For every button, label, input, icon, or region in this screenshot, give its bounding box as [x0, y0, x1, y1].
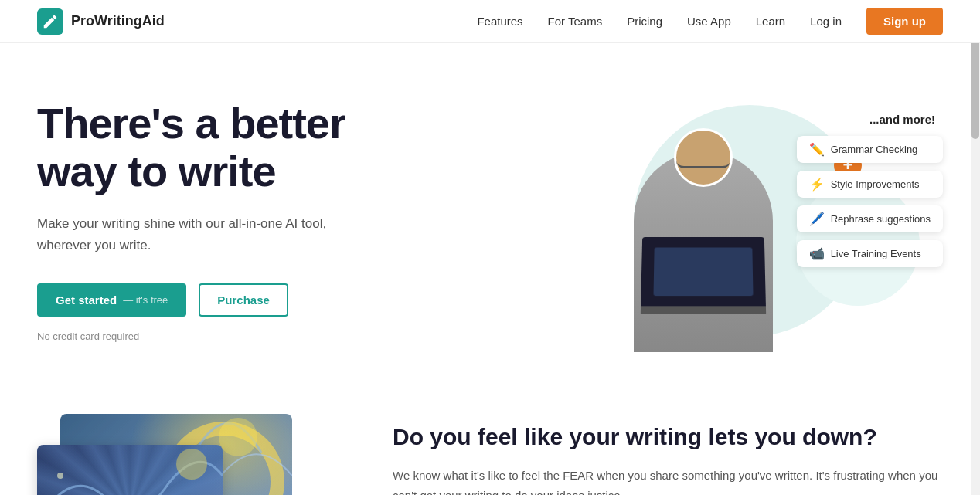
style-icon: ⚡ — [809, 177, 825, 192]
section2-right: Do you feel like your writing lets you d… — [393, 414, 943, 495]
nav-features[interactable]: Features — [477, 15, 522, 28]
get-started-button[interactable]: Get started — it's free — [37, 283, 186, 317]
artwork-stack: My idea in my head — [37, 414, 300, 495]
and-more-text: ...and more! — [869, 113, 935, 126]
rephrase-icon: 🖊️ — [809, 212, 825, 226]
hero-title: There's a better way to write — [37, 100, 362, 195]
nav-learn[interactable]: Learn — [756, 15, 785, 28]
brand-name: ProWritingAid — [71, 13, 165, 29]
hero-right: ...and more! + ✏️ Grammar Checking ⚡ Sty… — [572, 90, 943, 352]
hero-left: There's a better way to write Make your … — [37, 100, 362, 342]
logo-svg — [42, 13, 59, 30]
swirl-svg-front — [37, 445, 223, 495]
nav-pricing[interactable]: Pricing — [627, 15, 662, 28]
nav-login[interactable]: Log in — [810, 15, 842, 28]
pill-training: 📹 Live Training Events — [797, 240, 943, 267]
hero-section: There's a better way to write Make your … — [0, 43, 980, 383]
svg-point-3 — [176, 449, 207, 480]
feature-pills: ✏️ Grammar Checking ⚡ Style Improvements… — [797, 136, 943, 267]
pill-rephrase: 🖊️ Rephrase suggestions — [797, 205, 943, 232]
scrollbar[interactable] — [971, 0, 980, 495]
svg-point-0 — [219, 418, 257, 456]
no-credit-card-note: No credit card required — [37, 331, 362, 342]
purchase-button[interactable]: Purchase — [199, 283, 288, 317]
brand-icon — [37, 8, 63, 35]
hero-person — [626, 128, 781, 352]
hero-buttons: Get started — it's free Purchase — [37, 283, 362, 317]
section2-body: We know what it's like to feel the FEAR … — [393, 466, 943, 495]
artwork-front — [37, 445, 223, 495]
svg-point-4 — [57, 473, 63, 479]
training-icon: 📹 — [809, 246, 825, 261]
brand-logo[interactable]: ProWritingAid — [37, 8, 165, 35]
pill-grammar: ✏️ Grammar Checking — [797, 136, 943, 163]
pill-style: ⚡ Style Improvements — [797, 171, 943, 198]
section2-title: Do you feel like your writing lets you d… — [393, 422, 943, 452]
nav-for-teams[interactable]: For Teams — [548, 15, 603, 28]
section2: My idea in my head Do you feel like your… — [0, 383, 980, 495]
signup-button[interactable]: Sign up — [866, 8, 943, 35]
nav-use-app[interactable]: Use App — [687, 15, 731, 28]
grammar-icon: ✏️ — [809, 142, 825, 157]
nav-links: Features For Teams Pricing Use App Learn… — [477, 8, 943, 35]
section2-image: My idea in my head — [37, 414, 331, 495]
hero-subtitle: Make your writing shine with our all-in-… — [37, 213, 362, 255]
navbar: ProWritingAid Features For Teams Pricing… — [0, 0, 980, 43]
